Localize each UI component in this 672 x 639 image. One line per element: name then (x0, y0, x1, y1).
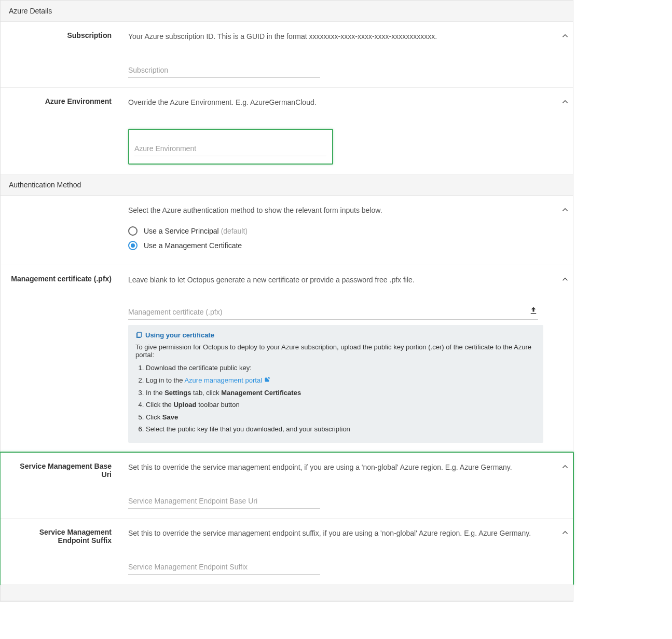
highlighted-azure-env (128, 129, 333, 165)
description-auth-method: Select the Azure authentication method t… (128, 205, 565, 216)
label-svc-suffix: Service Management Endpoint Suffix (1, 519, 120, 584)
label-azure-environment: Azure Environment (1, 88, 120, 174)
info-steps: Download the certificate public key: Log… (135, 363, 536, 434)
label-auth-method (1, 196, 120, 265)
svg-rect-1 (138, 332, 142, 337)
info-step-6: Select the public key file that you down… (146, 424, 536, 434)
external-link-icon (264, 375, 270, 386)
highlighted-service-mgmt-group: Service Management Base Uri Set this to … (0, 452, 574, 585)
collapse-icon[interactable] (560, 31, 570, 42)
radio-icon (128, 226, 138, 236)
radio-icon (128, 241, 138, 250)
row-subscription: Subscription Your Azure subscription ID.… (1, 22, 573, 88)
form-container: Azure Details Subscription Your Azure su… (0, 0, 573, 602)
svc-suffix-input[interactable] (128, 560, 320, 575)
info-box-certificate: Using your certificate To give permissio… (128, 325, 543, 443)
azure-portal-link[interactable]: Azure management portal (184, 376, 270, 384)
description-svc-base-uri: Set this to override the service managem… (128, 462, 565, 473)
description-svc-suffix: Set this to override the service managem… (128, 528, 565, 539)
description-subscription: Your Azure subscription ID. This is a GU… (128, 31, 565, 42)
subscription-input[interactable] (128, 63, 320, 78)
row-azure-environment: Azure Environment Override the Azure Env… (1, 88, 573, 174)
note-icon (135, 332, 142, 338)
info-step-3: In the Settings tab, click Management Ce… (146, 388, 536, 398)
info-title: Using your certificate (135, 331, 536, 339)
radio-service-principal[interactable]: Use a Service Principal (default) (128, 226, 565, 236)
mgmt-cert-upload-field[interactable]: Management certificate (.pfx) (128, 306, 538, 320)
row-auth-method: Select the Azure authentication method t… (1, 196, 573, 265)
upload-placeholder: Management certificate (.pfx) (128, 308, 529, 316)
collapse-icon[interactable] (560, 275, 570, 285)
row-svc-suffix: Service Management Endpoint Suffix Set t… (1, 519, 573, 584)
radio-label: Use a Management Certificate (144, 241, 242, 250)
section-header-auth-method: Authentication Method (1, 174, 573, 196)
upload-icon[interactable] (529, 306, 538, 317)
svc-base-uri-input[interactable] (128, 494, 320, 509)
info-intro: To give permission for Octopus to deploy… (135, 343, 536, 359)
collapse-icon[interactable] (560, 205, 570, 216)
info-step-4: Click the Upload toolbar button (146, 400, 536, 410)
row-svc-base-uri: Service Management Base Uri Set this to … (1, 453, 573, 519)
info-step-2: Log in to the Azure management portal (146, 375, 536, 386)
collapse-icon[interactable] (560, 528, 570, 539)
radio-label: Use a Service Principal (default) (144, 227, 248, 235)
label-svc-base-uri: Service Management Base Uri (1, 453, 120, 518)
label-subscription: Subscription (1, 22, 120, 87)
section-header-azure-details: Azure Details (1, 1, 573, 22)
section-footer (1, 584, 573, 601)
description-mgmt-cert: Leave blank to let Octopus generate a ne… (128, 275, 565, 285)
row-mgmt-cert: Management certificate (.pfx) Leave blan… (1, 265, 573, 453)
azure-environment-input[interactable] (134, 141, 326, 156)
info-step-1: Download the certificate public key: (146, 363, 536, 373)
label-mgmt-cert: Management certificate (.pfx) (1, 265, 120, 452)
radio-management-certificate[interactable]: Use a Management Certificate (128, 241, 565, 250)
info-step-5: Click Save (146, 412, 536, 423)
description-azure-environment: Override the Azure Environment. E.g. Azu… (128, 97, 565, 108)
collapse-icon[interactable] (560, 462, 570, 473)
collapse-icon[interactable] (560, 97, 570, 108)
